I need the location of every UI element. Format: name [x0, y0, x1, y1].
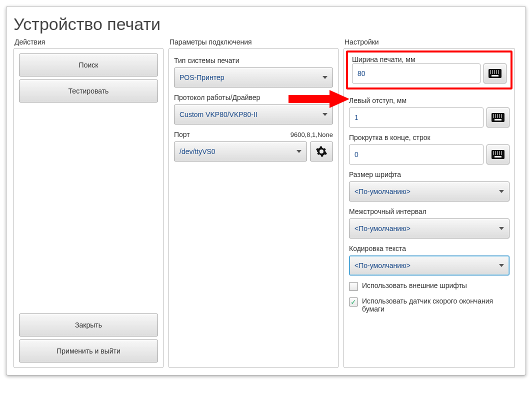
svg-rect-19	[493, 116, 494, 118]
svg-rect-15	[495, 114, 496, 116]
chevron-down-icon	[499, 227, 504, 230]
chevron-down-icon	[322, 76, 328, 79]
svg-rect-7	[490, 72, 491, 74]
svg-rect-10	[496, 72, 497, 74]
external-fonts-checkbox[interactable]	[349, 282, 358, 291]
svg-rect-21	[497, 116, 498, 118]
font-size-label: Размер шрифта	[349, 170, 510, 178]
settings-column-title: Настройки	[344, 38, 515, 46]
test-button[interactable]: Тестировать	[19, 80, 158, 102]
port-dropdown[interactable]: /dev/ttyVS0	[174, 142, 307, 162]
svg-rect-3	[492, 70, 493, 72]
svg-rect-12	[492, 75, 498, 76]
svg-rect-33	[497, 154, 498, 154]
svg-rect-29	[499, 152, 500, 152]
svg-rect-14	[493, 114, 494, 116]
keyboard-icon	[488, 69, 502, 78]
svg-rect-2	[490, 70, 491, 72]
print-width-highlight: Ширина печати, мм	[346, 50, 512, 90]
print-system-dropdown[interactable]: POS-Принтер	[174, 68, 333, 88]
svg-rect-34	[499, 154, 500, 154]
svg-rect-4	[494, 70, 495, 72]
svg-rect-27	[495, 152, 496, 152]
chevron-down-icon	[499, 190, 504, 193]
svg-rect-16	[497, 114, 498, 116]
svg-rect-22	[499, 116, 500, 118]
svg-rect-36	[494, 156, 502, 158]
port-params-text: 9600,8,1,None	[290, 131, 333, 138]
port-settings-button[interactable]	[310, 142, 333, 162]
protocol-dropdown[interactable]: Custom VKP80/VKP80-II	[174, 104, 333, 124]
left-margin-keyboard-button[interactable]	[486, 108, 510, 128]
paper-sensor-checkbox[interactable]	[349, 298, 358, 306]
apply-exit-button[interactable]: Применить и выйти	[19, 340, 158, 362]
actions-column-title: Действия	[14, 38, 164, 46]
svg-rect-32	[495, 154, 496, 154]
search-button[interactable]: Поиск	[19, 54, 158, 76]
svg-rect-9	[494, 72, 495, 74]
svg-rect-20	[495, 116, 496, 118]
protocol-value: Custom VKP80/VKP80-II	[180, 110, 258, 118]
line-spacing-label: Межстрочный интервал	[349, 208, 510, 216]
params-column-title: Параметры подключения	[168, 38, 338, 46]
keyboard-icon	[492, 150, 504, 159]
svg-rect-28	[497, 152, 498, 152]
gear-icon	[316, 146, 328, 158]
svg-rect-24	[494, 119, 502, 120]
print-system-value: POS-Принтер	[180, 74, 224, 82]
svg-rect-6	[498, 70, 499, 72]
svg-rect-30	[501, 152, 502, 152]
close-button[interactable]: Закрыть	[19, 314, 158, 336]
chevron-down-icon	[322, 113, 328, 116]
svg-rect-5	[496, 70, 497, 72]
svg-rect-26	[493, 152, 494, 152]
port-label: Порт	[174, 130, 190, 138]
svg-rect-35	[501, 154, 502, 154]
svg-rect-23	[501, 116, 502, 118]
page-title: Устройство печати	[14, 14, 518, 34]
chevron-down-icon	[499, 264, 504, 267]
print-width-keyboard-button[interactable]	[484, 64, 506, 84]
scroll-end-input[interactable]	[349, 144, 484, 164]
svg-rect-18	[501, 114, 502, 116]
left-margin-label: Левый отступ, мм	[349, 96, 510, 104]
svg-rect-17	[499, 114, 500, 116]
print-width-input[interactable]	[352, 64, 480, 84]
svg-rect-31	[493, 154, 494, 154]
line-spacing-dropdown[interactable]: <По-умолчанию>	[349, 218, 510, 238]
svg-rect-11	[498, 72, 499, 74]
encoding-value: <По-умолчанию>	[354, 262, 410, 270]
font-size-dropdown[interactable]: <По-умолчанию>	[349, 182, 510, 202]
print-width-label: Ширина печати, мм	[352, 56, 506, 64]
chevron-down-icon	[296, 150, 302, 153]
encoding-dropdown[interactable]: <По-умолчанию>	[349, 256, 510, 276]
keyboard-icon	[492, 113, 504, 122]
scroll-end-label: Прокрутка в конце, строк	[349, 134, 510, 142]
line-spacing-value: <По-умолчанию>	[354, 224, 410, 232]
port-value: /dev/ttyVS0	[180, 148, 216, 156]
font-size-value: <По-умолчанию>	[354, 188, 410, 196]
print-system-label: Тип системы печати	[174, 56, 333, 64]
protocol-label: Протокол работы/Драйвер	[174, 94, 333, 102]
external-fonts-label: Использовать внешние шрифты	[362, 282, 467, 290]
left-margin-input[interactable]	[349, 108, 484, 128]
encoding-label: Кодировка текста	[349, 244, 510, 252]
scroll-end-keyboard-button[interactable]	[486, 144, 510, 164]
svg-rect-8	[492, 72, 493, 74]
paper-sensor-label: Использовать датчик скорого окончания бу…	[362, 297, 510, 313]
